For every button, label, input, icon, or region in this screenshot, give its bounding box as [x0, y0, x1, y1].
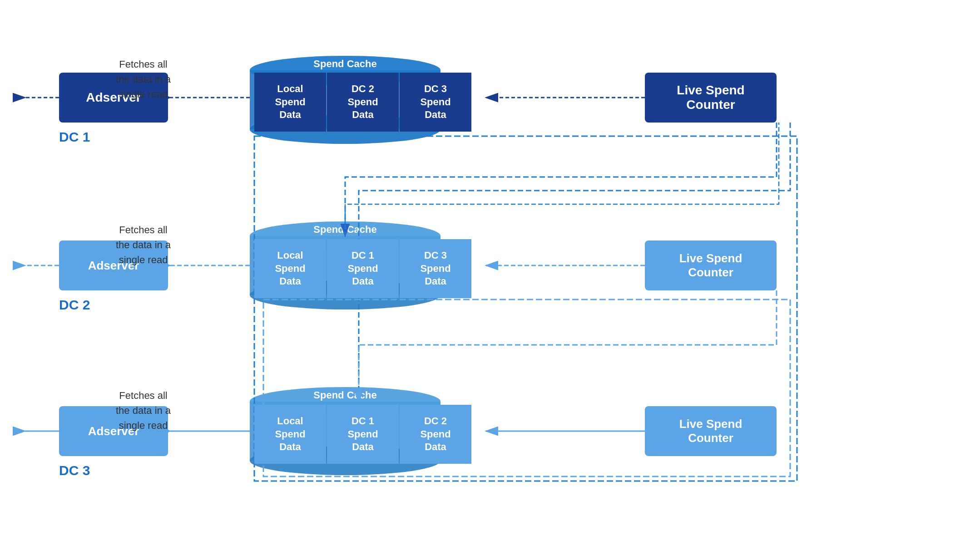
- local-spend-dc3: LocalSpendData: [254, 405, 326, 464]
- live-spend-dc2: Live SpendCounter: [645, 241, 777, 290]
- dc1-label: DC 1: [59, 129, 90, 145]
- dc2-spend-dc1: DC 2SpendData: [327, 73, 399, 132]
- spend-cache-label-dc1: Spend Cache: [313, 58, 376, 69]
- dc2-label: DC 2: [59, 297, 90, 313]
- dc1-spend-dc2: DC 1SpendData: [327, 239, 399, 298]
- fetch-label-dc1: Fetches allthe data in asingle read: [116, 57, 171, 102]
- local-spend-dc1: LocalSpendData: [254, 73, 326, 132]
- local-spend-dc2: LocalSpendData: [254, 239, 326, 298]
- dc3-spend-dc1: DC 3SpendData: [400, 73, 471, 132]
- dc1-spend-dc3: DC 1SpendData: [327, 405, 399, 464]
- dc2-spend-dc3: DC 2SpendData: [400, 405, 471, 464]
- fetch-label-dc3: Fetches allthe data in asingle read: [116, 388, 171, 433]
- live-spend-dc1: Live SpendCounter: [645, 73, 777, 123]
- dc3-spend-dc2: DC 3SpendData: [400, 239, 471, 298]
- fetch-label-dc2: Fetches allthe data in asingle read: [116, 222, 171, 267]
- live-spend-dc3: Live SpendCounter: [645, 406, 777, 456]
- spend-cache-label-dc2: Spend Cache: [313, 224, 376, 235]
- spend-cache-label-dc3: Spend Cache: [313, 389, 376, 401]
- dc3-label: DC 3: [59, 463, 90, 478]
- diagram: Spend Cache Spend Cache Spend Cache: [0, 0, 980, 550]
